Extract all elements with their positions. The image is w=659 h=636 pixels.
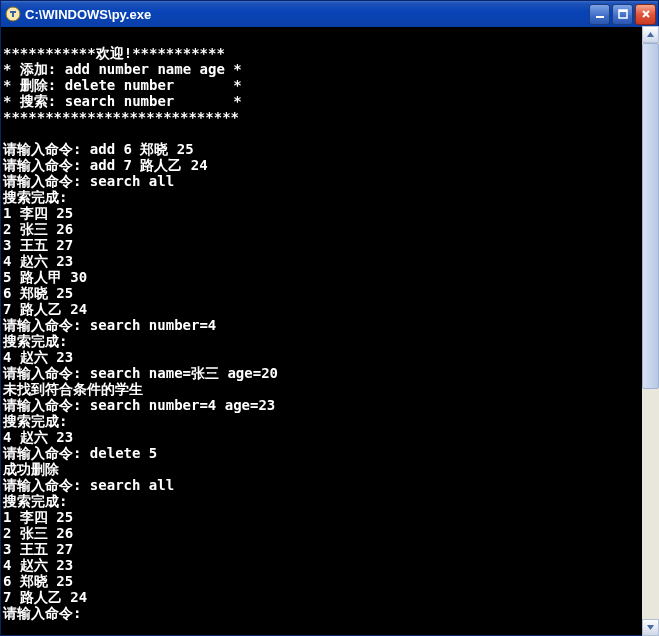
console-line: 搜索完成:: [1, 333, 658, 349]
console-line: 成功删除: [1, 461, 658, 477]
console-line: 请输入命令: search number=4 age=23: [1, 397, 658, 413]
console-line: 5 路人甲 30: [1, 269, 658, 285]
console-line: 1 李四 25: [1, 205, 658, 221]
console-line: 请输入命令: search all: [1, 173, 658, 189]
console-line: 1 李四 25: [1, 509, 658, 525]
console-line: * 添加: add number name age *: [1, 61, 658, 77]
console-line: ****************************: [1, 109, 658, 125]
console-line: 未找到符合条件的学生: [1, 381, 658, 397]
console-line: [1, 125, 658, 141]
console-line: 请输入命令: add 6 郑晓 25: [1, 141, 658, 157]
console-line: 请输入命令: search all: [1, 477, 658, 493]
console-line: 2 张三 26: [1, 221, 658, 237]
console-line: 7 路人乙 24: [1, 301, 658, 317]
console-line: 请输入命令:: [1, 605, 658, 621]
console-line: 4 赵六 23: [1, 349, 658, 365]
console-line: * 搜索: search number *: [1, 93, 658, 109]
window-title: C:\WINDOWS\py.exe: [25, 7, 589, 22]
console-line: 6 郑晓 25: [1, 285, 658, 301]
scroll-up-button[interactable]: [642, 26, 659, 43]
maximize-button[interactable]: [612, 4, 633, 25]
console-line: 搜索完成:: [1, 493, 658, 509]
console-line: 4 赵六 23: [1, 253, 658, 269]
console-line: ***********欢迎!***********: [1, 45, 658, 61]
window-buttons: [589, 4, 656, 25]
console-line: [1, 29, 658, 45]
console-line: 7 路人乙 24: [1, 589, 658, 605]
console-output[interactable]: ***********欢迎!************ 添加: add numbe…: [1, 27, 658, 635]
console-line: 搜索完成:: [1, 413, 658, 429]
minimize-button[interactable]: [589, 4, 610, 25]
vertical-scrollbar[interactable]: [642, 26, 659, 636]
console-line: 3 王五 27: [1, 541, 658, 557]
console-line: 请输入命令: search number=4: [1, 317, 658, 333]
scroll-track[interactable]: [642, 43, 659, 619]
svg-rect-1: [596, 16, 604, 18]
console-line: 2 张三 26: [1, 525, 658, 541]
title-bar[interactable]: C:\WINDOWS\py.exe: [1, 1, 658, 27]
console-line: 请输入命令: delete 5: [1, 445, 658, 461]
app-icon: [5, 6, 21, 22]
console-line: 请输入命令: search name=张三 age=20: [1, 365, 658, 381]
console-window: C:\WINDOWS\py.exe ***********欢迎!********…: [0, 0, 659, 636]
console-line: 6 郑晓 25: [1, 573, 658, 589]
console-line: 4 赵六 23: [1, 557, 658, 573]
svg-rect-3: [619, 10, 627, 12]
scroll-thumb[interactable]: [642, 43, 659, 389]
console-line: 4 赵六 23: [1, 429, 658, 445]
console-line: 3 王五 27: [1, 237, 658, 253]
close-button[interactable]: [635, 4, 656, 25]
console-line: 搜索完成:: [1, 189, 658, 205]
console-line: * 删除: delete number *: [1, 77, 658, 93]
scroll-down-button[interactable]: [642, 619, 659, 636]
console-line: 请输入命令: add 7 路人乙 24: [1, 157, 658, 173]
